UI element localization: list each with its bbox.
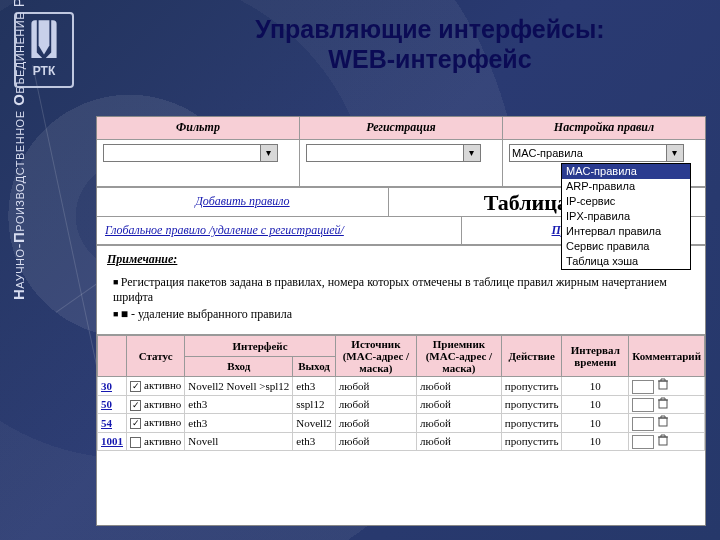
- svg-rect-0: [659, 381, 667, 389]
- dropdown-item[interactable]: Таблица хэша: [562, 254, 690, 269]
- cell-in: Novell2 Novell >spl12: [185, 377, 293, 396]
- note-item: ■ - удаление выбранного правила: [113, 307, 695, 322]
- top-columns: Фильтр Регистрация Настройка правил MAC-…: [97, 117, 705, 187]
- col-action: Действие: [501, 336, 562, 377]
- cell-src: любой: [335, 395, 416, 414]
- dropdown-item[interactable]: MAC-правила: [562, 164, 690, 179]
- cell-out: sspl12: [293, 395, 335, 414]
- comment-input[interactable]: [632, 380, 654, 394]
- cell-comment: [629, 395, 705, 414]
- add-rule-link[interactable]: Добавить правило: [195, 194, 289, 208]
- dropdown-item[interactable]: Интервал правила: [562, 224, 690, 239]
- brand-short: РТК: [33, 64, 56, 78]
- delete-icon[interactable]: [657, 397, 669, 409]
- comment-input[interactable]: [632, 417, 654, 431]
- cell-dst: любой: [417, 395, 502, 414]
- cell-action: пропустить: [501, 395, 562, 414]
- logo-mark-icon: [26, 18, 62, 62]
- comment-input[interactable]: [632, 398, 654, 412]
- col-src: Источник (MAC-адрес / маска): [335, 336, 416, 377]
- rules-table: Статус Интерфейс Источник (MAC-адрес / м…: [97, 335, 705, 451]
- cell-action: пропустить: [501, 377, 562, 396]
- brand-long: Н Научно-Производственное Объединение РТ…: [10, 0, 27, 300]
- dropdown-item[interactable]: Сервис правила: [562, 239, 690, 254]
- global-rule-link[interactable]: Глобальное правило /удаление с регистрац…: [105, 223, 344, 237]
- cell-dst: любой: [417, 377, 502, 396]
- rule-number-link[interactable]: 1001: [101, 435, 123, 447]
- dropdown-item[interactable]: ARP-правила: [562, 179, 690, 194]
- col-comment: Комментарий: [629, 336, 705, 377]
- note-item: Регистрация пакетов задана в правилах, н…: [113, 275, 695, 305]
- cell-out: Novell2: [293, 414, 335, 433]
- cell-interval: 10: [562, 432, 629, 451]
- rule-number-link[interactable]: 30: [101, 380, 112, 392]
- comment-input[interactable]: [632, 435, 654, 449]
- delete-icon[interactable]: [657, 415, 669, 427]
- filter-heading: Фильтр: [97, 117, 299, 140]
- cell-comment: [629, 414, 705, 433]
- col-out: Выход: [293, 356, 335, 377]
- active-checkbox[interactable]: ✓: [130, 400, 141, 411]
- col-in: Вход: [185, 356, 293, 377]
- cell-interval: 10: [562, 395, 629, 414]
- cell-src: любой: [335, 414, 416, 433]
- cell-comment: [629, 377, 705, 396]
- col-iface: Интерфейс: [185, 336, 335, 357]
- table-row: 1001активноNovelleth3любойлюбойпропустит…: [98, 432, 705, 451]
- svg-rect-1: [659, 400, 667, 408]
- cell-dst: любой: [417, 414, 502, 433]
- svg-rect-3: [659, 437, 667, 445]
- cell-out: eth3: [293, 432, 335, 451]
- active-checkbox[interactable]: ✓: [130, 381, 141, 392]
- registration-select[interactable]: [306, 144, 481, 162]
- dropdown-item[interactable]: IP-сервис: [562, 194, 690, 209]
- delete-icon[interactable]: [657, 378, 669, 390]
- filter-select[interactable]: [103, 144, 278, 162]
- cell-interval: 10: [562, 414, 629, 433]
- slide-title: Управляющие интерфейсы:WEB-интерфейс: [170, 14, 690, 74]
- cell-src: любой: [335, 377, 416, 396]
- col-dst: Приемник (MAC-адрес / маска): [417, 336, 502, 377]
- cell-dst: любой: [417, 432, 502, 451]
- web-panel: Фильтр Регистрация Настройка правил MAC-…: [96, 116, 706, 526]
- dropdown-item[interactable]: IPX-правила: [562, 209, 690, 224]
- rule-number-link[interactable]: 54: [101, 417, 112, 429]
- cell-src: любой: [335, 432, 416, 451]
- cell-action: пропустить: [501, 432, 562, 451]
- rule-number-link[interactable]: 50: [101, 398, 112, 410]
- table-row: 30✓активноNovell2 Novell >spl12eth3любой…: [98, 377, 705, 396]
- cell-out: eth3: [293, 377, 335, 396]
- col-interval: Интервал времени: [562, 336, 629, 377]
- active-checkbox[interactable]: [130, 437, 141, 448]
- cell-in: Novell: [185, 432, 293, 451]
- col-status: Статус: [127, 336, 185, 377]
- rules-select[interactable]: MAC-правила: [509, 144, 684, 162]
- delete-icon[interactable]: [657, 434, 669, 446]
- table-row: 50✓активноeth3sspl12любойлюбойпропустить…: [98, 395, 705, 414]
- svg-rect-2: [659, 418, 667, 426]
- cell-comment: [629, 432, 705, 451]
- registration-heading: Регистрация: [300, 117, 502, 140]
- rules-heading: Настройка правил: [503, 117, 705, 140]
- active-checkbox[interactable]: ✓: [130, 418, 141, 429]
- cell-action: пропустить: [501, 414, 562, 433]
- cell-in: eth3: [185, 414, 293, 433]
- table-row: 54✓активноeth3Novell2любойлюбойпропустит…: [98, 414, 705, 433]
- rules-dropdown[interactable]: MAC-правила ARP-правила IP-сервис IPX-пр…: [561, 163, 691, 270]
- cell-interval: 10: [562, 377, 629, 396]
- cell-in: eth3: [185, 395, 293, 414]
- col-num: [98, 336, 127, 377]
